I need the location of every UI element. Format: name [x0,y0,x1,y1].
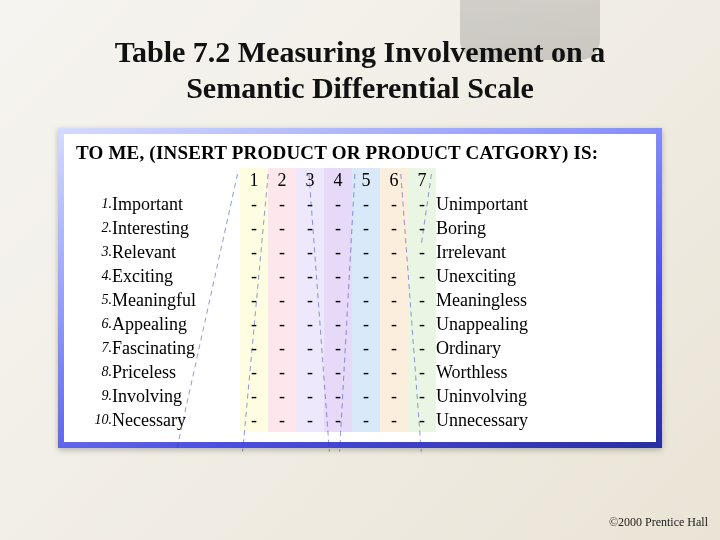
scale-cell[interactable]: - [324,360,352,384]
semantic-scale-table: 1 2 3 4 5 6 7 1.Important-------Unimport… [88,168,528,432]
row-number: 9. [88,384,112,408]
scale-cell[interactable]: - [352,192,380,216]
scale-cell[interactable]: - [324,336,352,360]
scale-cell[interactable]: - [408,408,436,432]
scale-cell[interactable]: - [324,240,352,264]
scale-cell[interactable]: - [268,240,296,264]
scale-cell[interactable]: - [324,264,352,288]
row-number: 6. [88,312,112,336]
scale-cell[interactable]: - [240,384,268,408]
scale-cell[interactable]: - [240,312,268,336]
page-title: Table 7.2 Measuring Involvement on a Sem… [0,34,720,106]
scale-cell[interactable]: - [324,408,352,432]
scale-cell[interactable]: - [352,216,380,240]
scale-cell[interactable]: - [380,264,408,288]
scale-cell[interactable]: - [352,288,380,312]
instruction-header: TO ME, (INSERT PRODUCT OR PRODUCT CATGOR… [76,142,644,164]
scale-cell[interactable]: - [296,216,324,240]
scale-cell[interactable]: - [240,192,268,216]
table-row: 7.Fascinating-------Ordinary [88,336,528,360]
row-number: 4. [88,264,112,288]
scale-cell[interactable]: - [380,360,408,384]
right-adjective: Meaningless [436,288,528,312]
copyright: ©2000 Prentice Hall [609,515,708,530]
scale-cell[interactable]: - [380,312,408,336]
scale-cell[interactable]: - [268,312,296,336]
scale-cell[interactable]: - [324,216,352,240]
scale-cell[interactable]: - [408,384,436,408]
left-adjective: Exciting [112,264,240,288]
scale-cell[interactable]: - [296,384,324,408]
scale-cell[interactable]: - [240,216,268,240]
scale-cell[interactable]: - [352,360,380,384]
scale-cell[interactable]: - [240,288,268,312]
right-adjective: Worthless [436,360,528,384]
scale-cell[interactable]: - [408,264,436,288]
row-number: 10. [88,408,112,432]
scale-cell[interactable]: - [296,312,324,336]
scale-cell[interactable]: - [296,192,324,216]
left-adjective: Fascinating [112,336,240,360]
scale-cell[interactable]: - [380,216,408,240]
scale-cell[interactable]: - [268,408,296,432]
row-number: 7. [88,336,112,360]
scale-cell[interactable]: - [268,264,296,288]
col-header-3: 3 [296,168,324,192]
left-adjective: Interesting [112,216,240,240]
scale-cell[interactable]: - [324,312,352,336]
scale-cell[interactable]: - [352,240,380,264]
scale-cell[interactable]: - [296,264,324,288]
scale-cell[interactable]: - [408,312,436,336]
scale-cell[interactable]: - [408,240,436,264]
row-number: 1. [88,192,112,216]
left-adjective: Priceless [112,360,240,384]
scale-cell[interactable]: - [380,288,408,312]
table-row: 8.Priceless-------Worthless [88,360,528,384]
scale-cell[interactable]: - [240,240,268,264]
scale-cell[interactable]: - [352,384,380,408]
table-row: 5.Meaningful-------Meaningless [88,288,528,312]
scale-cell[interactable]: - [240,336,268,360]
scale-cell[interactable]: - [240,264,268,288]
scale-cell[interactable]: - [268,336,296,360]
scale-cell[interactable]: - [268,360,296,384]
right-adjective: Irrelevant [436,240,528,264]
scale-cell[interactable]: - [380,408,408,432]
scale-cell[interactable]: - [408,336,436,360]
scale-cell[interactable]: - [380,384,408,408]
scale-cell[interactable]: - [352,336,380,360]
scale-cell[interactable]: - [296,288,324,312]
scale-cell[interactable]: - [324,384,352,408]
scale-cell[interactable]: - [408,288,436,312]
scale-cell[interactable]: - [380,192,408,216]
right-adjective: Unexciting [436,264,528,288]
right-adjective: Unimportant [436,192,528,216]
left-adjective: Necessary [112,408,240,432]
left-adjective: Important [112,192,240,216]
scale-cell[interactable]: - [268,192,296,216]
table-row: 4.Exciting-------Unexciting [88,264,528,288]
row-number: 8. [88,360,112,384]
scale-cell[interactable]: - [352,264,380,288]
scale-cell[interactable]: - [268,384,296,408]
scale-cell[interactable]: - [408,360,436,384]
scale-cell[interactable]: - [352,312,380,336]
scale-cell[interactable]: - [408,192,436,216]
scale-cell[interactable]: - [380,240,408,264]
table-panel: TO ME, (INSERT PRODUCT OR PRODUCT CATGOR… [58,128,662,448]
left-adjective: Involving [112,384,240,408]
scale-cell[interactable]: - [296,408,324,432]
scale-cell[interactable]: - [296,336,324,360]
scale-cell[interactable]: - [380,336,408,360]
scale-cell[interactable]: - [324,288,352,312]
scale-cell[interactable]: - [268,288,296,312]
scale-cell[interactable]: - [324,192,352,216]
scale-cell[interactable]: - [352,408,380,432]
scale-cell[interactable]: - [240,360,268,384]
scale-cell[interactable]: - [296,360,324,384]
scale-cell[interactable]: - [408,216,436,240]
table-row: 10.Necessary-------Unnecessary [88,408,528,432]
scale-cell[interactable]: - [296,240,324,264]
scale-cell[interactable]: - [240,408,268,432]
scale-cell[interactable]: - [268,216,296,240]
